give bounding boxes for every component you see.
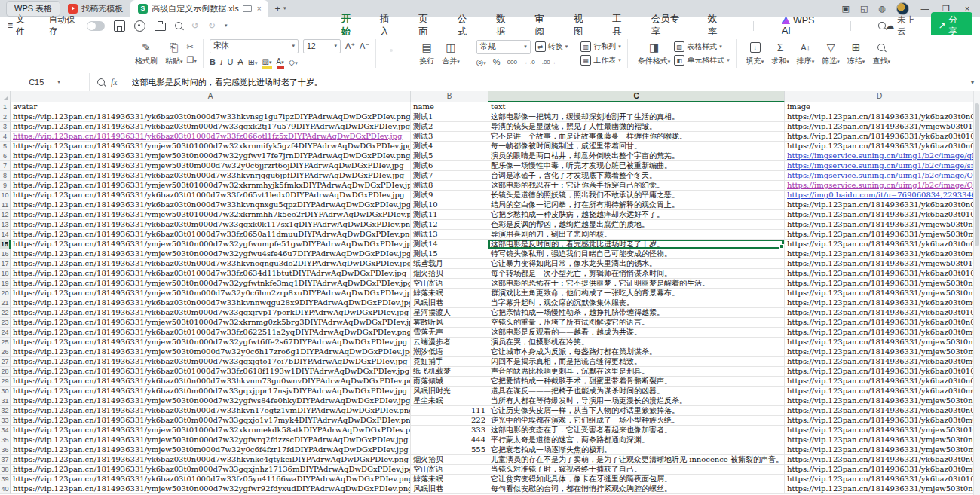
row-header-1[interactable]: 1 [0,102,11,112]
cell-A15[interactable]: https://vip.123pan.cn/1814936331/ymjew50… [11,240,411,249]
column-header-b[interactable]: B [411,91,488,102]
cell-D6[interactable]: https://imgservice.suning.cn/uimg1/b2c/i… [785,151,974,161]
cell-A13[interactable]: https://vip.123pan.cn/1814936331/yk6baz0… [11,220,411,230]
row-header-14[interactable]: 14 [0,230,11,240]
conditional-format-button[interactable]: ◨ 条件格式▾ [634,41,675,67]
paste-button[interactable]: ⎗ 粘贴▾ [161,41,187,67]
more-chevron-icon[interactable]: ▾ [225,23,228,29]
row-header-11[interactable]: 11 [0,200,11,210]
cell-style-button[interactable]: ◧ 单元格样式▾ [674,55,730,66]
cell-C33[interactable]: 逆光中的尘埃都在演戏，它们组成了一场小型种族灭绝。 [488,416,785,426]
cell-D33[interactable]: https://vip.123pan.cn/1814936331/yk6baz0… [785,416,974,426]
search-icon[interactable] [878,22,886,29]
row-header-19[interactable]: 19 [0,279,11,289]
cell-D8[interactable]: https://imgservice.suning.cn/uimg1/b2c/i… [785,171,974,181]
row-header-21[interactable]: 21 [0,298,11,308]
sum-button[interactable]: Σ 求和▾ [767,41,793,67]
cell-C17[interactable]: 它让暴力变得如此日常，像水龙头里滴出的锈水。 [488,259,785,269]
cell-C32[interactable]: 它让历史像头皮屑一样，从当下人物的对话里簌簌掉落。 [488,406,785,416]
print-preview-icon[interactable] [175,22,182,29]
cell-A25[interactable]: https://vip.123pan.cn/1814936331/ymjew50… [11,338,411,347]
new-tab-button[interactable]: + [274,3,280,14]
cell-D5[interactable]: https://vip.123pan.cn/1814936331/yk6baz0… [785,142,974,151]
currency-icon[interactable]: ◎▾ [476,57,486,68]
row-header-6[interactable]: 6 [0,151,11,161]
cell-A2[interactable]: https://vip.123pan.cn/1814936331/yk6baz0… [11,112,411,122]
italic-icon[interactable]: I [220,57,223,67]
column-header-d[interactable]: D [785,91,974,102]
cell-B18[interactable]: 烟火拾贝 [411,269,488,279]
cell-D30[interactable]: https://vip.123pan.cn/1814936331/yk6baz0… [785,387,974,396]
cell-C15[interactable]: 这部电影是反时间的，看完感觉比进场时老了十岁。 [488,240,785,249]
decrease-font-icon[interactable]: A⁻ [360,41,369,51]
row-header-35[interactable]: 35 [0,435,11,445]
cell-D11[interactable]: https://vip.123pan.cn/1814936331/yk6baz0… [785,200,974,210]
cell-A31[interactable]: https://vip.123pan.cn/1814936331/ymjew50… [11,396,411,406]
row-header-34[interactable]: 34 [0,426,11,435]
cell-A1[interactable]: avatar [11,102,411,112]
cell-A9[interactable]: https://vip.123pan.cn/1814936331/ymjew50… [11,181,411,191]
row-header-27[interactable]: 27 [0,357,11,367]
cell-C34[interactable]: 这部电影的变态在于：它让受害者看起来也像加害者。 [488,426,785,435]
cell-B2[interactable]: 测试1 [411,112,488,122]
row-header-33[interactable]: 33 [0,416,11,426]
save-icon[interactable] [114,20,125,32]
cell-C19[interactable]: 这部电影的恐怖在于：它不提供噩梦，它证明噩梦是醒着的生活。 [488,279,785,289]
row-header-3[interactable]: 3 [0,122,11,132]
cell-D38[interactable]: https://vip.123pan.cn/1814936331/yk6baz0… [785,465,974,475]
scrollbar-thumb[interactable] [975,103,979,246]
vertical-scrollbar[interactable] [973,91,980,495]
cell-B6[interactable]: 测试5 [411,151,488,161]
cell-C26[interactable]: 它让城市本身成为反派，每盏路灯都在策划谋杀。 [488,347,785,357]
cell-D17[interactable]: https://vip.123pan.cn/1814936331/ymjew50… [785,259,974,269]
cell-C29[interactable]: 它把爱情拍成一种截肢手术，甜蜜里带着骨骼断裂声。 [488,377,785,387]
cell-B34[interactable]: 333 [411,426,488,435]
cell-B36[interactable]: 555 [411,445,488,455]
row-header-29[interactable]: 29 [0,377,11,387]
cell-A21[interactable]: https://vip.123pan.cn/1814936331/yk6baz0… [11,298,411,308]
fill-button[interactable]: ↓ 填充▾ [743,41,768,67]
row-header-8[interactable]: 8 [0,171,11,181]
sort-button[interactable]: A↓ 排序▾ [793,41,819,67]
tab-close-icon[interactable]: × [257,5,262,13]
cell-C6[interactable]: 演员的眼睛是两口枯井，却意外倒映出整个宇宙的荒芜。 [488,151,785,161]
cell-D28[interactable]: https://vip.123pan.cn/1814936331/yk6baz0… [785,367,974,377]
cell-D34[interactable]: https://vip.123pan.cn/1814936331/ymjew50… [785,426,974,435]
cell-B12[interactable]: 测试11 [411,210,488,220]
autosave-toggle[interactable] [87,21,105,31]
cell-D1[interactable]: image [785,102,974,112]
row-header-9[interactable]: 9 [0,181,11,191]
cell-D19[interactable]: https://vip.123pan.cn/1814936331/ymjew50… [785,279,974,289]
cell-B27[interactable]: 霓虹捕手 [411,357,488,367]
row-header-40[interactable]: 40 [0,484,11,494]
tab-active-doc[interactable]: S 高级自定义示例数据.xls × [130,0,268,17]
cell-C30[interactable]: 道具在谋反———把椅子也能成为谋杀时间的凶器。 [488,387,785,396]
cell-D9[interactable]: https://imgservice.suning.cn/uimg1/b2c/i… [785,181,974,191]
cell-B40[interactable]: 风眠旧巷 [411,484,488,494]
cell-D27[interactable]: https://vip.123pan.cn/1814936331/yk6baz0… [785,357,974,367]
cell-C5[interactable]: 每一帧都像被时间腌制过，咸涩里带着回甘。 [488,142,785,151]
cell-D21[interactable]: https://vip.123pan.cn/1814936331/yk6baz0… [785,298,974,308]
cell-C7[interactable]: 配乐像一场慢性中毒，听完才发现心脏已被重新编曲。 [488,161,785,171]
cell-B13[interactable]: 测试12 [411,220,488,230]
cell-A33[interactable]: https://vip.123pan.cn/1814936331/yk6baz0… [11,416,411,426]
justify-icon[interactable] [405,55,408,58]
cell-B28[interactable]: 纸飞机载梦 [411,367,488,377]
align-top-icon[interactable] [382,49,385,52]
cell-B20[interactable]: 鲸落未眠 [411,289,488,298]
cell-D16[interactable]: https://vip.123pan.cn/1814936331/yk6baz0… [785,249,974,259]
cell-D26[interactable]: https://vip.123pan.cn/1814936331/ymjew50… [785,347,974,357]
cell-C35[interactable]: 平行蒙太奇是道德的迷宫，两条路都通向深渊。 [488,435,785,445]
increase-decimal-icon[interactable]: ←.0 [524,57,535,67]
highlight-color-icon[interactable]: ▨▾ [262,57,272,69]
cell-A16[interactable]: https://vip.123pan.cn/1814936331/ymjew50… [11,249,411,259]
cell-C1[interactable]: text [488,102,785,112]
cell-C14[interactable]: 导演用喜剧的刀，剜出了悲剧的核。 [488,230,785,240]
cell-D29[interactable]: https://vip.123pan.cn/1814936331/yk6baz0… [785,377,974,387]
borders-icon[interactable]: ⊞▾ [248,57,258,68]
cell-D32[interactable]: https://vip.123pan.cn/1814936331/yk6baz0… [785,406,974,416]
cell-C24[interactable]: 这部电影是反观看的——越看，越成为共谋。 [488,328,785,338]
row-header-30[interactable]: 30 [0,387,11,396]
cell-A12[interactable]: https://vip.123pan.cn/1814936331/ymjew50… [11,210,411,220]
cell-A4[interactable]: https://vip.123pan.cn/1814936331/yk6baz0… [11,132,411,142]
